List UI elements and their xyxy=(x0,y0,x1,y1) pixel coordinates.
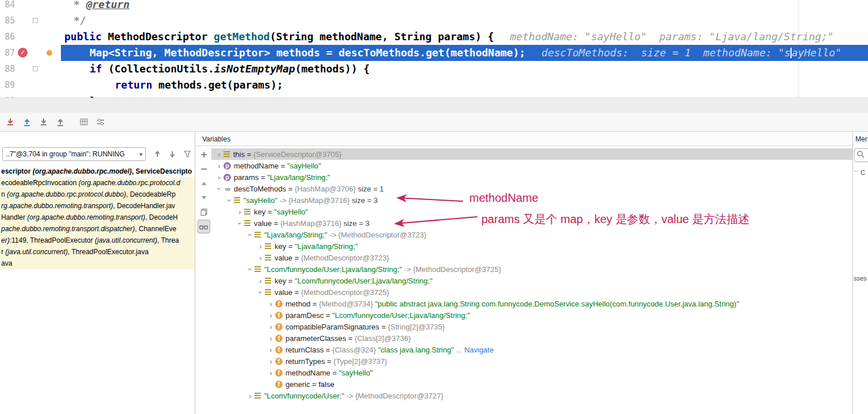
frame-row[interactable]: n (org.apache.dubbo.rpc.protocol.dubbo),… xyxy=(0,189,195,200)
variable-row[interactable]: ›fparamDesc = "Lcom/funnycode/User;Ljava… xyxy=(211,309,852,321)
move-watch-down-icon[interactable] xyxy=(198,191,210,205)
frame-row[interactable]: rg.apache.dubbo.remoting.transport), Dec… xyxy=(0,200,195,212)
variable-row[interactable]: ›key = "Lcom/funnycode/User;Ljava/lang/S… xyxy=(211,275,852,286)
chevron-expanded-icon[interactable]: › xyxy=(225,196,234,205)
load-thread-dump-icon[interactable] xyxy=(3,114,18,129)
variable-row[interactable]: ›fparameterClasses = {Class[2]@3736} xyxy=(211,332,852,344)
variable-row[interactable]: ›key = "Ljava/lang/String;" xyxy=(211,240,852,252)
frame-row[interactable]: ecodeableRpcInvocation (org.apache.dubbo… xyxy=(0,177,195,189)
chevron-expanded-icon[interactable]: › xyxy=(215,185,223,193)
line-number: 84 xyxy=(5,0,15,13)
value-icon xyxy=(254,266,261,272)
field-icon: f xyxy=(275,335,283,342)
move-watch-up-icon[interactable] xyxy=(198,177,210,190)
editor-gutter: 88 xyxy=(0,61,61,77)
chevron-expanded-icon[interactable]: › xyxy=(246,265,254,274)
chevron-collapsed-icon[interactable]: › xyxy=(236,208,244,216)
pop-frame-icon[interactable] xyxy=(36,114,51,129)
code-editor: 84* @return85*/86public MethodDescriptor… xyxy=(0,0,868,98)
variable-row[interactable]: fgeneric = false xyxy=(211,378,852,390)
frame-row[interactable]: pache.dubbo.remoting.transport.dispatche… xyxy=(0,223,195,235)
line-number: 90 xyxy=(5,93,15,98)
variable-row[interactable]: ›freturnTypes = {Type[2]@3737} xyxy=(211,355,852,367)
layout-grid-icon[interactable] xyxy=(76,114,91,129)
variable-row[interactable]: ›pmethodName = "sayHello" xyxy=(211,160,852,171)
editor-gutter: 85 xyxy=(0,13,61,29)
layout-settings-icon[interactable] xyxy=(93,114,108,129)
chevron-collapsed-icon[interactable]: › xyxy=(215,162,223,170)
thread-selector[interactable]: ..7"@3,704 in group "main": RUNNING ▾ xyxy=(2,147,146,161)
fold-marker-icon[interactable] xyxy=(33,66,38,71)
field-icon: f xyxy=(275,369,283,377)
frame-row[interactable]: Handler (org.apache.dubbo.remoting.trans… xyxy=(0,212,195,223)
chevron-collapsed-icon[interactable]: › xyxy=(256,242,265,251)
chevron-collapsed-icon[interactable]: › xyxy=(256,254,265,262)
chevron-expanded-icon[interactable]: › xyxy=(246,231,254,239)
chevron-collapsed-icon[interactable]: › xyxy=(267,369,275,377)
chevron-collapsed-icon[interactable]: › xyxy=(267,300,275,308)
editor-line-88: 88if (CollectionUtils.isNotEmptyMap(meth… xyxy=(0,61,868,77)
variable-row[interactable]: ›value = {MethodDescriptor@3723} xyxy=(211,252,852,263)
chevron-collapsed-icon[interactable]: › xyxy=(215,150,223,159)
parameter-icon: p xyxy=(223,162,231,170)
value-icon xyxy=(234,197,240,203)
breakpoint-icon[interactable]: ✓ xyxy=(18,48,28,57)
editor-gutter: 90 xyxy=(0,93,61,98)
chevron-collapsed-icon[interactable]: › xyxy=(267,346,275,354)
frame-row[interactable]: er):1149, ThreadPoolExecutor (java.util.… xyxy=(0,235,195,246)
code-line: Map<String, MethodDescriptor> methods = … xyxy=(61,45,868,61)
show-watches-icon[interactable] xyxy=(198,220,210,233)
chevron-collapsed-icon[interactable]: › xyxy=(267,323,275,331)
fold-marker-icon[interactable] xyxy=(33,18,38,23)
remove-watch-icon[interactable] xyxy=(198,162,210,176)
frame-row[interactable]: escriptor (org.apache.dubbo.rpc.model), … xyxy=(0,166,195,177)
code-line: return methods.get(params); xyxy=(61,77,868,93)
line-number: 89 xyxy=(5,77,15,93)
variable-row[interactable]: ›fmethod = {Method@3734} "public abstrac… xyxy=(211,298,852,309)
hide-frames-filter-icon[interactable] xyxy=(182,149,192,159)
frame-up-icon[interactable] xyxy=(152,149,163,159)
variable-row[interactable]: ›freturnClass = {Class@324} "class java.… xyxy=(211,344,852,355)
variable-row[interactable]: ›"Lcom/funnycode/User;Ljava/lang/String;… xyxy=(211,263,852,275)
frames-toolbar xyxy=(152,149,192,159)
chevron-collapsed-icon[interactable]: › xyxy=(267,357,275,366)
chevron-collapsed-icon[interactable]: › xyxy=(246,392,254,400)
memory-search-box[interactable] xyxy=(854,148,868,162)
code-line: if (CollectionUtils.isNotEmptyMap(method… xyxy=(61,61,868,77)
line-number: 87 xyxy=(5,45,15,61)
chevron-collapsed-icon[interactable]: › xyxy=(256,277,265,285)
memory-panel: Mer .. C sses l xyxy=(852,132,868,414)
memory-text-fragment: sses l xyxy=(854,275,868,282)
add-watch-icon[interactable] xyxy=(198,148,210,162)
variable-row[interactable]: ›fmethodName = "sayHello" xyxy=(211,367,852,378)
duplicate-watch-icon[interactable] xyxy=(198,205,210,219)
chevron-collapsed-icon[interactable]: › xyxy=(267,311,275,320)
variable-row[interactable]: ›"Ljava/lang/String;" -> {MethodDescript… xyxy=(211,229,852,240)
chevron-collapsed-icon[interactable]: › xyxy=(215,173,223,182)
chevron-expanded-icon[interactable]: › xyxy=(256,288,265,297)
ide-window: 84* @return85*/86public MethodDescriptor… xyxy=(0,0,868,414)
chevron-expanded-icon[interactable]: › xyxy=(236,219,244,228)
inline-debugger-hint: methodName: "sayHello" params: "Ljava/la… xyxy=(510,30,834,43)
annotation-methodname-label: methodName xyxy=(469,191,538,205)
variable-row[interactable]: ›fcompatibleParamSignatures = {String[2]… xyxy=(211,321,852,332)
field-icon: f xyxy=(275,312,283,319)
thread-row: ..7"@3,704 in group "main": RUNNING ▾ xyxy=(2,147,192,161)
navigate-link[interactable]: Navigate xyxy=(464,346,493,354)
variable-row[interactable]: ›value = {MethodDescriptor@3725} xyxy=(211,286,852,298)
frame-row[interactable]: ava xyxy=(0,258,195,269)
variables-toolbar xyxy=(196,148,211,233)
editor-gutter: 86 xyxy=(0,29,61,45)
variable-row[interactable]: ›pparams = "Ljava/lang/String;" xyxy=(211,171,852,183)
chevron-collapsed-icon[interactable]: › xyxy=(267,334,275,343)
variable-row[interactable]: ›"Lcom/funnycode/User;" -> {MethodDescri… xyxy=(211,390,852,401)
frame-down-icon[interactable] xyxy=(167,149,178,159)
variable-row[interactable]: ›this = {ServiceDescriptor@3705} xyxy=(211,148,852,160)
thread-selector-value: ..7"@3,704 in group "main": RUNNING xyxy=(6,150,125,158)
frame-row[interactable]: r (java.util.concurrent), ThreadPoolExec… xyxy=(0,246,195,258)
restore-frame-icon[interactable] xyxy=(53,114,68,129)
field-icon: f xyxy=(275,358,283,365)
line-number: 85 xyxy=(5,13,15,29)
save-thread-dump-icon[interactable] xyxy=(20,114,34,129)
parameter-icon: p xyxy=(223,174,231,181)
